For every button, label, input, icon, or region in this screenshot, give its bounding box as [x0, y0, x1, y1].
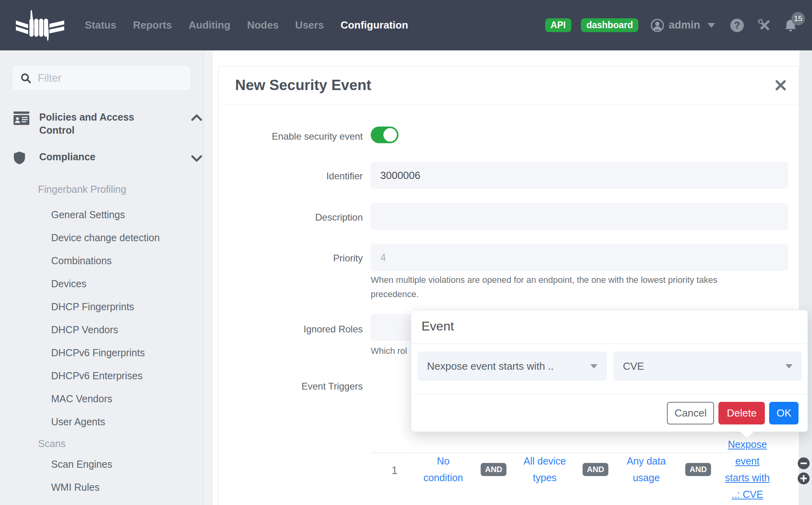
- user-menu[interactable]: admin: [650, 18, 715, 33]
- sidebar-item-dhcpv6-fingerprints[interactable]: DHCPv6 Fingerprints: [0, 346, 213, 359]
- priority-help-text: When multiple violations are opened for …: [371, 273, 767, 301]
- nav-item-users[interactable]: Users: [295, 19, 324, 31]
- sidebar-group-scans: Scan Engines WMI Rules: [0, 457, 213, 494]
- sidebar-item-user-agents[interactable]: User Agents: [0, 415, 213, 428]
- packetfence-logo-icon[interactable]: [16, 7, 64, 44]
- add-trigger-button[interactable]: [798, 472, 810, 484]
- identifier-input[interactable]: [371, 162, 788, 189]
- remove-trigger-button[interactable]: [798, 457, 810, 469]
- sidebar-item-scan-engines[interactable]: Scan Engines: [0, 457, 213, 471]
- event-popover: Event Nexpose event starts with .. CVE C…: [411, 310, 808, 432]
- delete-button[interactable]: Delete: [718, 402, 765, 424]
- main-menu: Status Reports Auditing Nodes Users Conf…: [85, 19, 408, 31]
- priority-label: Priority: [218, 253, 363, 264]
- notification-count-badge: 15: [791, 12, 805, 25]
- description-input[interactable]: [371, 203, 788, 230]
- nav-item-reports[interactable]: Reports: [133, 19, 172, 31]
- trigger-device-types-link[interactable]: All device types: [519, 453, 571, 486]
- description-label: Description: [218, 212, 363, 223]
- sidebar-section-label: Compliance: [39, 150, 158, 163]
- toggle-knob: [383, 128, 397, 142]
- sidebar-heading-fingerbank-profiling: Fingerbank Profiling: [0, 184, 213, 195]
- shield-icon: [13, 151, 30, 165]
- enable-security-event-toggle[interactable]: [371, 127, 398, 143]
- chevron-down-icon: [191, 155, 203, 162]
- tools-icon[interactable]: [757, 18, 772, 33]
- sidebar-item-devices[interactable]: Devices: [0, 277, 213, 290]
- popover-title: Event: [421, 319, 454, 334]
- sidebar-section-policies-and-access-control[interactable]: Policies and Access Control: [0, 111, 213, 137]
- sidebar-item-device-change-detection[interactable]: Device change detection: [0, 231, 213, 244]
- modal-header: New Security Event: [218, 66, 799, 104]
- main-content: New Security Event Enable security event…: [213, 50, 812, 505]
- nav-item-nodes[interactable]: Nodes: [247, 19, 278, 31]
- trigger-row-number: 1: [391, 465, 397, 477]
- identifier-label: Identifier: [218, 171, 363, 182]
- navbar-right: API dashboard admin ? 15: [545, 18, 798, 33]
- sidebar: Policies and Access Control Compliance F…: [0, 50, 213, 505]
- api-status-badge[interactable]: API: [545, 18, 571, 32]
- nav-item-auditing[interactable]: Auditing: [189, 19, 230, 31]
- enable-security-event-label: Enable security event: [218, 131, 363, 142]
- sidebar-section-label: Policies and Access Control: [39, 111, 158, 137]
- operator-badge: AND: [481, 463, 506, 476]
- trigger-event-link[interactable]: Nexpose event starts with ..: CVE: [724, 436, 771, 503]
- operator-badge: AND: [582, 463, 608, 476]
- trigger-condition-link[interactable]: No condition: [419, 453, 467, 486]
- sidebar-item-wmi-rules[interactable]: WMI Rules: [0, 480, 213, 494]
- help-icon[interactable]: ?: [730, 19, 744, 32]
- chevron-down-icon: [707, 23, 715, 28]
- ignored-roles-help-text: Which rol: [371, 344, 407, 358]
- popover-footer-divider: [411, 394, 808, 394]
- sidebar-scrollbar-track[interactable]: [203, 50, 213, 505]
- dashboard-status-badge[interactable]: dashboard: [581, 18, 639, 32]
- sidebar-heading-scans: Scans: [0, 438, 213, 449]
- popover-footer: Cancel Delete OK: [667, 402, 799, 424]
- page-scrollbar-track[interactable]: [799, 50, 812, 505]
- avatar-icon: [650, 18, 665, 33]
- nav-item-configuration[interactable]: Configuration: [341, 19, 408, 31]
- ignored-roles-label: Ignored Roles: [218, 324, 363, 335]
- filter-input[interactable]: [38, 72, 183, 84]
- event-condition-value: Nexpose event starts with ..: [427, 360, 553, 373]
- sidebar-item-dhcpv6-enterprises[interactable]: DHCPv6 Enterprises: [0, 369, 213, 382]
- operator-badge: AND: [685, 463, 711, 476]
- priority-input[interactable]: [371, 244, 788, 271]
- new-security-event-modal: New Security Event Enable security event…: [218, 66, 799, 505]
- chevron-down-icon: [785, 364, 793, 369]
- event-value-select[interactable]: CVE: [613, 351, 802, 381]
- sidebar-item-dhcp-fingerprints[interactable]: DHCP Fingerprints: [0, 300, 213, 313]
- event-condition-select[interactable]: Nexpose event starts with ..: [417, 351, 607, 381]
- sidebar-item-dhcp-vendors[interactable]: DHCP Vendors: [0, 323, 213, 336]
- search-icon: [20, 73, 31, 84]
- id-card-icon: [13, 111, 30, 125]
- username-label: admin: [668, 19, 700, 31]
- nav-item-status[interactable]: Status: [85, 19, 116, 31]
- trigger-data-usage-link[interactable]: Any data usage: [620, 453, 672, 486]
- chevron-up-icon: [191, 114, 203, 121]
- modal-title: New Security Event: [235, 77, 371, 94]
- sidebar-group-fingerbank: General Settings Device change detection…: [0, 208, 213, 428]
- ok-button[interactable]: OK: [769, 402, 799, 424]
- top-navbar: Status Reports Auditing Nodes Users Conf…: [0, 0, 812, 50]
- sidebar-item-combinations[interactable]: Combinations: [0, 254, 213, 267]
- sidebar-item-mac-vendors[interactable]: MAC Vendors: [0, 392, 213, 405]
- popover-header-divider: [411, 344, 808, 344]
- close-icon[interactable]: [774, 79, 787, 92]
- event-triggers-label: Event Triggers: [218, 381, 363, 392]
- chevron-down-icon: [590, 364, 598, 369]
- sidebar-item-general-settings[interactable]: General Settings: [0, 208, 213, 221]
- cancel-button[interactable]: Cancel: [667, 402, 714, 424]
- sidebar-section-compliance[interactable]: Compliance: [0, 150, 213, 165]
- sidebar-filter[interactable]: [12, 65, 192, 91]
- notifications-button[interactable]: 15: [783, 18, 798, 33]
- event-value-value: CVE: [623, 360, 644, 373]
